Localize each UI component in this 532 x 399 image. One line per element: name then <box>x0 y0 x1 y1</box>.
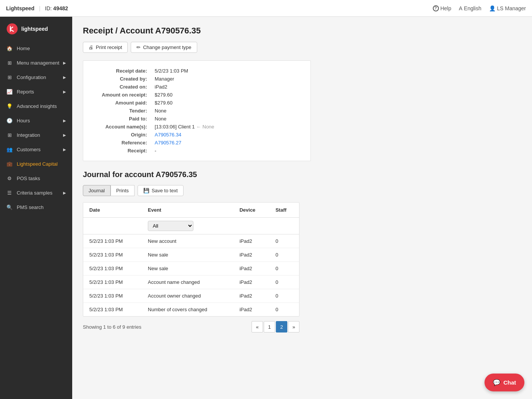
filter-row: All New account New sale Account name ch… <box>83 218 299 234</box>
event-filter-select[interactable]: All New account New sale Account name ch… <box>148 221 193 231</box>
menu-icon: ⊞ <box>6 59 13 66</box>
arrow-icon-reports: ▶ <box>63 90 66 94</box>
capital-icon: 💼 <box>6 160 13 167</box>
reference-link[interactable]: A790576.27 <box>155 140 181 146</box>
sidebar-item-pms-search[interactable]: 🔍 PMS search <box>0 200 72 214</box>
save-to-text-button[interactable]: 💾 Save to text <box>138 185 184 196</box>
row3-device: iPad2 <box>233 262 269 276</box>
chat-button[interactable]: 💬 Chat <box>484 374 524 391</box>
reports-icon: 📈 <box>6 88 13 95</box>
search-icon: 🔍 <box>6 204 13 211</box>
language-icon: A <box>459 5 462 11</box>
label-created-on: Created on: <box>91 83 152 91</box>
arrow-icon-config: ▶ <box>63 75 66 79</box>
sidebar-item-hours[interactable]: 🕐 Hours ▶ <box>0 113 72 128</box>
row4-staff: 0 <box>269 276 299 289</box>
value-amount-paid: $279.60 <box>152 99 303 107</box>
value-origin: A790576.34 <box>152 131 303 139</box>
row1-date: 5/2/23 1:03 PM <box>83 234 142 248</box>
row4-device: iPad2 <box>233 276 269 289</box>
sidebar-label-pos: POS tasks <box>17 176 66 181</box>
row6-date: 5/2/23 1:03 PM <box>83 303 142 317</box>
sidebar-item-criteria-samples[interactable]: ☰ Criteria samples ▶ <box>0 185 72 200</box>
pos-icon: ⚙ <box>6 175 13 182</box>
label-tender: Tender: <box>91 107 152 115</box>
label-amount-receipt: Amount on receipt: <box>91 91 152 99</box>
change-payment-button[interactable]: ✏ Change payment type <box>131 42 197 53</box>
label-account-names: Account name(s): <box>91 123 152 131</box>
tab-journal[interactable]: Journal <box>83 185 111 196</box>
save-btn-label: Save to text <box>152 188 178 193</box>
col-staff: Staff <box>269 203 299 218</box>
journal-table-wrap: Date Event Device Staff All New account <box>83 202 299 317</box>
page-2-btn[interactable]: 2 <box>276 321 287 332</box>
origin-link[interactable]: A790576.34 <box>155 132 181 138</box>
customers-icon: 👥 <box>6 146 13 153</box>
row1-event: New account <box>142 234 233 248</box>
print-receipt-button[interactable]: 🖨 Print receipt <box>83 42 128 53</box>
table-row: Reference: A790576.27 <box>91 139 303 147</box>
label-amount-paid: Amount paid: <box>91 99 152 107</box>
col-device: Device <box>233 203 269 218</box>
row2-device: iPad2 <box>233 248 269 262</box>
info-table: Receipt date: 5/2/23 1:03 PM Created by:… <box>91 67 303 155</box>
help-link[interactable]: ? Help <box>433 5 451 11</box>
sidebar-item-customers[interactable]: 👥 Customers ▶ <box>0 142 72 157</box>
row6-event: Number of covers changed <box>142 303 233 317</box>
value-created-by: Manager <box>152 75 303 83</box>
table-row: Paid to: None <box>91 115 303 123</box>
sidebar-item-reports[interactable]: 📈 Reports ▶ <box>0 84 72 99</box>
account-suffix: ← None <box>196 124 214 130</box>
table-row: Receipt date: 5/2/23 1:03 PM <box>91 67 303 75</box>
sidebar-item-menu-management[interactable]: ⊞ Menu management ▶ <box>0 55 72 70</box>
table-header-row: Date Event Device Staff <box>83 203 299 218</box>
sidebar-label-criteria: Criteria samples <box>17 190 59 196</box>
sidebar-item-lightspeed-capital[interactable]: 💼 Lightspeed Capital <box>0 157 72 171</box>
value-created-on: iPad2 <box>152 83 303 91</box>
sidebar-item-configuration[interactable]: ⊞ Configuration ▶ <box>0 70 72 84</box>
receipt-info: Receipt date: 5/2/23 1:03 PM Created by:… <box>83 60 311 161</box>
home-icon: 🏠 <box>6 45 13 52</box>
brand-name: Lightspeed <box>6 5 35 11</box>
page-1-btn[interactable]: 1 <box>264 321 275 332</box>
chat-label: Chat <box>504 379 516 386</box>
sidebar-label-menu: Menu management <box>17 60 59 66</box>
printer-icon: 🖨 <box>89 44 93 50</box>
sidebar-item-home[interactable]: 🏠 Home <box>0 41 72 55</box>
clock-icon: 🕐 <box>6 117 13 124</box>
logo-icon <box>6 23 18 35</box>
row5-date: 5/2/23 1:03 PM <box>83 289 142 303</box>
value-receipt: - <box>152 147 303 155</box>
pagination-info: Showing 1 to 6 of 9 entries <box>83 324 141 330</box>
table-row: Amount paid: $279.60 <box>91 99 303 107</box>
row4-date: 5/2/23 1:03 PM <box>83 276 142 289</box>
arrow-icon-criteria: ▶ <box>63 191 66 195</box>
sidebar-item-pos-tasks[interactable]: ⚙ POS tasks <box>0 171 72 185</box>
sidebar-item-advanced-insights[interactable]: 💡 Advanced insights <box>0 99 72 113</box>
value-amount-receipt: $279.60 <box>152 91 303 99</box>
page-title: Receipt / Account A790576.35 <box>83 26 521 36</box>
sidebar-item-integration[interactable]: ⊞ Integration ▶ <box>0 128 72 142</box>
label-receipt-date: Receipt date: <box>91 67 152 75</box>
user-menu[interactable]: 👤 LS Manager <box>489 5 526 11</box>
page-next-btn[interactable]: » <box>288 321 299 332</box>
language-selector[interactable]: A English <box>459 5 481 11</box>
tab-prints[interactable]: Prints <box>111 185 135 196</box>
staff-filter-cell <box>269 218 299 234</box>
value-receipt-date: 5/2/23 1:03 PM <box>152 67 303 75</box>
value-account-names: [13:03:06] Client 1 ← None <box>152 123 303 131</box>
help-icon: ? <box>433 5 439 11</box>
event-filter-cell: All New account New sale Account name ch… <box>142 218 233 234</box>
table-row: Tender: None <box>91 107 303 115</box>
user-icon: 👤 <box>489 5 496 11</box>
label-created-by: Created by: <box>91 75 152 83</box>
sidebar-label-reports: Reports <box>17 89 59 95</box>
user-label: LS Manager <box>497 5 526 11</box>
integration-icon: ⊞ <box>6 131 13 138</box>
table-row: 5/2/23 1:03 PM New sale iPad2 0 <box>83 262 299 276</box>
journal-title: Journal for account A790576.35 <box>83 170 521 179</box>
pagination-row: Showing 1 to 6 of 9 entries « 1 2 » <box>83 321 299 332</box>
arrow-icon-hours: ▶ <box>63 119 66 123</box>
table-row: Created on: iPad2 <box>91 83 303 91</box>
page-prev-btn[interactable]: « <box>252 321 263 332</box>
